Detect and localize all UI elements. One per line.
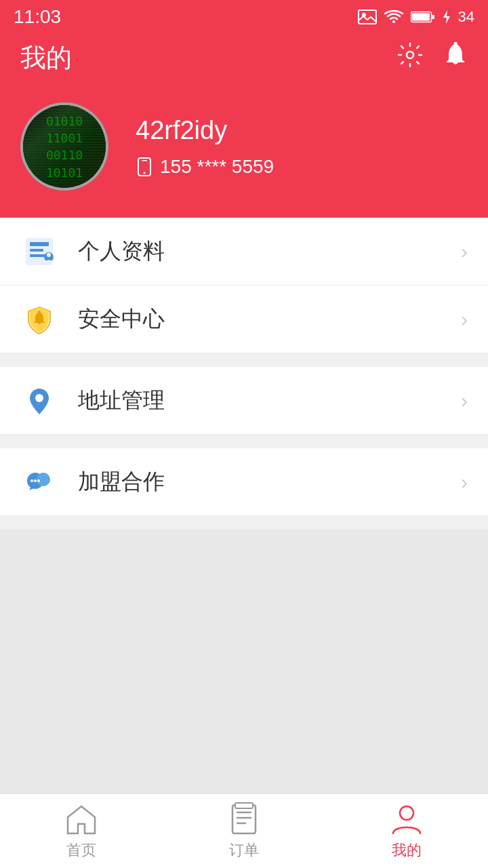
battery-level: 34 [458, 8, 474, 26]
menu-item-partner[interactable]: 加盟合作 › [0, 448, 488, 516]
nav-item-home[interactable]: 首页 [0, 802, 163, 861]
menu-item-security[interactable]: 安全中心 › [0, 285, 488, 353]
battery-icon [411, 10, 435, 24]
address-icon [20, 382, 58, 419]
menu-section: 个人资料 › 安全中心 › [0, 218, 488, 530]
profile-label: 个人资料 [78, 237, 461, 267]
profile-icon [20, 233, 58, 270]
profile-arrow: › [461, 240, 468, 263]
partner-arrow: › [461, 471, 468, 494]
divider-3 [0, 516, 488, 530]
phone-number: 155 **** 5559 [160, 156, 274, 178]
svg-point-15 [47, 253, 51, 257]
mine-nav-label: 我的 [392, 840, 422, 861]
app-header: 我的 [0, 34, 488, 89]
menu-group-1: 个人资料 › 安全中心 › [0, 218, 488, 353]
divider-2 [0, 435, 488, 448]
svg-rect-11 [30, 242, 49, 246]
phone-row: 155 **** 5559 [136, 156, 274, 178]
image-icon [358, 9, 377, 24]
svg-point-16 [38, 311, 41, 313]
partner-icon [20, 463, 58, 500]
security-arrow: › [461, 308, 468, 331]
svg-rect-0 [359, 10, 376, 24]
username: 42rf2idy [136, 116, 274, 145]
status-icons: 34 [358, 8, 474, 26]
menu-group-3: 加盟合作 › [0, 448, 488, 516]
address-arrow: › [461, 389, 468, 412]
svg-rect-9 [142, 160, 147, 161]
svg-point-8 [144, 172, 146, 174]
security-label: 安全中心 [78, 304, 461, 334]
content-area [0, 530, 488, 814]
svg-rect-12 [30, 249, 43, 252]
svg-point-22 [37, 479, 40, 482]
orders-nav-label: 订单 [229, 840, 259, 861]
svg-point-17 [35, 394, 43, 402]
home-nav-label: 首页 [66, 840, 96, 861]
security-icon [20, 300, 58, 338]
profile-info: 42rf2idy 155 **** 5559 [136, 116, 274, 178]
menu-item-profile[interactable]: 个人资料 › [0, 218, 488, 285]
avatar: 01010110010011010101 [23, 105, 106, 188]
page-title: 我的 [20, 41, 72, 75]
home-nav-icon [64, 802, 98, 836]
avatar-container[interactable]: 01010110010011010101 [20, 102, 108, 191]
svg-rect-23 [232, 805, 256, 833]
orders-nav-icon [227, 802, 261, 836]
charging-icon [442, 10, 451, 24]
address-label: 地址管理 [78, 386, 461, 416]
svg-rect-27 [235, 803, 253, 808]
partner-label: 加盟合作 [78, 467, 461, 497]
header-actions [397, 42, 468, 74]
divider-1 [0, 353, 488, 367]
nav-item-orders[interactable]: 订单 [163, 802, 325, 861]
profile-section: 01010110010011010101 42rf2idy 155 **** 5… [0, 89, 488, 218]
menu-group-2: 地址管理 › [0, 367, 488, 435]
svg-rect-13 [30, 254, 46, 257]
svg-point-5 [407, 52, 413, 58]
svg-point-20 [30, 479, 33, 482]
mine-nav-icon [390, 802, 424, 836]
status-bar: 11:03 34 [0, 0, 488, 34]
menu-item-address[interactable]: 地址管理 › [0, 367, 488, 435]
svg-point-21 [34, 479, 37, 482]
phone-icon [136, 157, 153, 176]
notification-button[interactable] [443, 42, 468, 74]
bottom-nav: 首页 订单 我的 [0, 793, 488, 868]
settings-button[interactable] [397, 42, 423, 74]
svg-rect-4 [412, 14, 430, 21]
nav-item-mine[interactable]: 我的 [325, 802, 488, 861]
wifi-icon [384, 9, 404, 24]
status-time: 11:03 [14, 6, 61, 28]
svg-point-28 [400, 806, 413, 820]
svg-rect-3 [432, 15, 434, 19]
